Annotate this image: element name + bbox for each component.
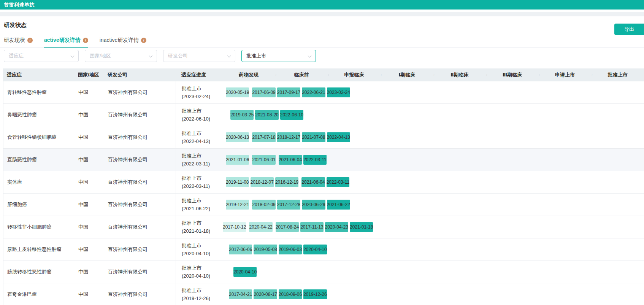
indication-filter-select[interactable]: 适应症 xyxy=(4,50,79,62)
company-cell: 百济神州有限公司 xyxy=(105,171,176,193)
tab-inactive-rd-detail[interactable]: inactive研发详情 i xyxy=(100,33,146,48)
stage-bar: 2021-08-20 xyxy=(255,110,278,120)
stage-bar: 2023-02-24 xyxy=(327,87,350,97)
filter-value: 批准上市 xyxy=(246,52,266,59)
progress-cell: 批准上市(2023-02-24) xyxy=(176,81,218,103)
progress-cell: 批准上市(2021-06-22) xyxy=(176,194,218,216)
filter-placeholder: 研发公司 xyxy=(168,52,188,59)
table-row[interactable]: 实体瘤中国百济神州有限公司批准上市(2022-03-11)2019-11-082… xyxy=(3,171,644,194)
stage-headers: 药物发现→ 临床前→ 申报临床→ Ⅰ期临床→ Ⅱ期临床→ Ⅲ期临床→ 申请上市→… xyxy=(218,71,644,78)
top-bar: 替雷利珠单抗 xyxy=(0,0,644,10)
region-cell: 中国 xyxy=(75,104,105,126)
progress-status: 批准上市 xyxy=(182,174,201,182)
info-icon[interactable]: i xyxy=(141,38,146,43)
progress-cell: 批准上市(2022-06-10) xyxy=(176,104,218,126)
table-row[interactable]: 膀胱转移性恶性肿瘤中国百济神州有限公司批准上市(2020-04-10)2020-… xyxy=(3,261,644,283)
stage-bars: 2017-04-212020-08-172018-09-062019-12-26 xyxy=(218,283,644,305)
filter-placeholder: 国家/地区 xyxy=(90,52,111,59)
progress-date: (2020-04-10) xyxy=(182,272,210,280)
stage-bar: 2017-07-18 xyxy=(252,132,275,142)
table-row[interactable]: 食管转移性鳞状细胞癌中国百济神州有限公司批准上市(2022-04-13)2020… xyxy=(3,126,644,149)
chevron-down-icon xyxy=(308,54,312,58)
indication-cell: 肝细胞癌 xyxy=(3,194,75,216)
company-cell: 百济神州有限公司 xyxy=(105,194,176,216)
progress-status: 批准上市 xyxy=(182,264,201,272)
stage-bar: 2021-01-18 xyxy=(350,222,373,232)
table-row[interactable]: 尿路上皮转移性恶性肿瘤中国百济神州有限公司批准上市(2020-04-10)201… xyxy=(3,238,644,261)
header-stage-discovery: 药物发现→ xyxy=(222,71,275,78)
table-row[interactable]: 霍奇金淋巴瘤中国百济神州有限公司批准上市(2019-12-26)2017-04-… xyxy=(3,283,644,305)
stage-bar: 2016-12-19 xyxy=(275,177,298,187)
header-stage-ind-filing: 申报临床→ xyxy=(328,71,381,78)
progress-date: (2019-12-26) xyxy=(182,294,210,302)
region-cell: 中国 xyxy=(75,81,105,103)
company-cell: 百济神州有限公司 xyxy=(105,261,176,283)
progress-cell: 批准上市(2020-04-10) xyxy=(176,261,218,283)
tab-rd-status[interactable]: 研发现状 i xyxy=(4,33,33,48)
progress-cell: 批准上市(2019-12-26) xyxy=(176,283,218,305)
stage-bar: 2018-12-17 xyxy=(277,132,300,142)
progress-date: (2021-06-22) xyxy=(182,205,210,213)
progress-cell: 批准上市(2022-04-13) xyxy=(176,126,218,148)
progress-date: (2023-02-24) xyxy=(182,92,210,100)
table-row[interactable]: 肝细胞癌中国百济神州有限公司批准上市(2021-06-22)2019-12-21… xyxy=(3,194,644,216)
info-icon[interactable]: i xyxy=(83,38,88,43)
progress-status: 批准上市 xyxy=(182,152,201,160)
table-row[interactable]: 直肠恶性肿瘤中国百济神州有限公司批准上市(2022-03-11)2021-01-… xyxy=(3,149,644,171)
company-cell: 百济神州有限公司 xyxy=(105,238,176,261)
stage-bars: 2017-06-062019-05-082019-06-032020-04-10 xyxy=(218,238,644,261)
stage-bar: 2018-12-07 xyxy=(251,177,274,187)
stage-bars: 2021-01-062021-06-012021-06-042022-03-11 xyxy=(218,149,644,171)
progress-date: (2021-01-18) xyxy=(182,227,210,235)
region-filter-select[interactable]: 国家/地区 xyxy=(85,50,157,62)
content-panel: 研发状态 导出 研发现状 i active研发详情 i inactive研发详情… xyxy=(0,16,644,305)
indication-cell: 膀胱转移性恶性肿瘤 xyxy=(3,261,75,283)
header-stage-phase3: Ⅲ期临床→ xyxy=(486,71,539,78)
stage-bar: 2021-07-08 xyxy=(302,132,325,142)
region-cell: 中国 xyxy=(75,238,105,261)
progress-date: (2022-04-13) xyxy=(182,137,210,145)
header-region: 国家/地区 xyxy=(75,71,105,78)
stage-bar: 2018-02-09 xyxy=(252,200,275,210)
stage-bar: 2020-04-10 xyxy=(303,245,327,254)
header-stage-nda: 申请上市→ xyxy=(539,71,592,78)
indication-cell: 胃转移性恶性肿瘤 xyxy=(3,81,75,103)
region-cell: 中国 xyxy=(75,171,105,193)
header-stage-approved: 批准上市 xyxy=(591,71,644,78)
progress-status: 批准上市 xyxy=(182,129,201,137)
stage-bar: 2019-11-08 xyxy=(226,177,249,187)
indication-cell: 直肠恶性肿瘤 xyxy=(3,149,75,171)
tab-label: inactive研发详情 xyxy=(100,37,139,44)
region-cell: 中国 xyxy=(75,216,105,238)
company-cell: 百济神州有限公司 xyxy=(105,149,176,171)
table-row[interactable]: 转移性非小细胞肺癌中国百济神州有限公司批准上市(2021-01-18)2017-… xyxy=(3,216,644,238)
stage-bar: 2017-06-09 xyxy=(252,87,275,97)
stage-bar: 2017-09-17 xyxy=(277,87,300,97)
table-row[interactable]: 鼻咽恶性肿瘤中国百济神州有限公司批准上市(2022-06-10)2019-03-… xyxy=(3,104,644,126)
stage-bar: 2019-06-03 xyxy=(279,245,302,254)
header-progress: 适应症进度 xyxy=(176,71,218,78)
filter-bar: 适应症 国家/地区 研发公司 批准上市 xyxy=(4,50,316,62)
stage-bar: 2020-04-10 xyxy=(233,267,257,277)
chevron-down-icon xyxy=(227,54,231,58)
table-row[interactable]: 胃转移性恶性肿瘤中国百济神州有限公司批准上市(2023-02-24)2020-0… xyxy=(3,81,644,104)
section-title: 研发状态 xyxy=(4,22,27,29)
tab-active-rd-detail[interactable]: active研发详情 i xyxy=(44,33,88,48)
region-cell: 中国 xyxy=(75,149,105,171)
stage-bar: 2021-06-01 xyxy=(252,155,275,165)
stage-bar: 2022-04-13 xyxy=(327,132,350,142)
tab-label: active研发详情 xyxy=(44,37,81,44)
stage-bar: 2020-06-13 xyxy=(226,132,249,142)
indication-cell: 转移性非小细胞肺癌 xyxy=(3,216,75,238)
tab-bar: 研发现状 i active研发详情 i inactive研发详情 i xyxy=(0,33,644,48)
header-stage-phase1: Ⅰ期临床→ xyxy=(381,71,433,78)
stage-filter-select[interactable]: 批准上市 xyxy=(241,50,316,62)
region-cell: 中国 xyxy=(75,283,105,305)
stage-bars: 2019-11-082018-12-072016-12-192021-06-04… xyxy=(218,171,644,193)
stage-bar: 2017-08-24 xyxy=(276,222,299,232)
stage-bar: 2017-04-21 xyxy=(229,289,252,299)
info-icon[interactable]: i xyxy=(27,38,33,43)
tab-label: 研发现状 xyxy=(4,37,25,44)
stage-bar: 2022-06-10 xyxy=(280,110,303,120)
company-filter-select[interactable]: 研发公司 xyxy=(163,50,235,62)
